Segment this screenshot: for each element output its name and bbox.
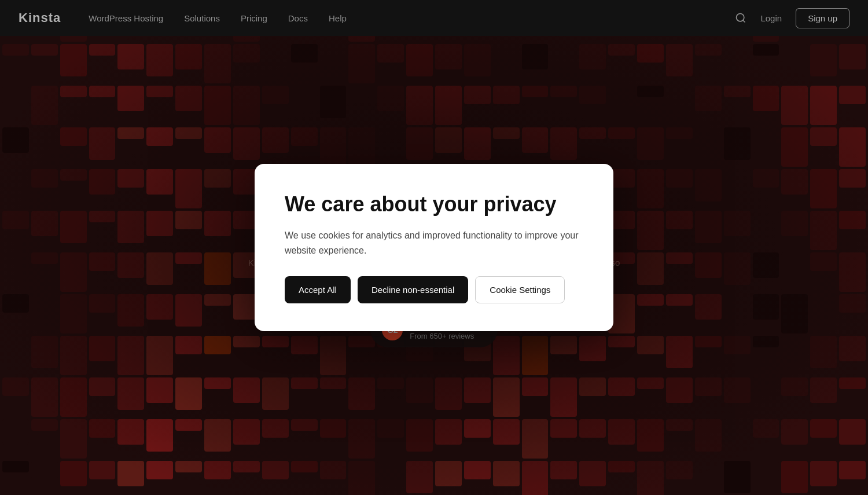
modal-title: We care about your privacy [285,192,583,217]
modal-buttons: Accept All Decline non-essential Cookie … [285,276,583,303]
accept-all-button[interactable]: Accept All [285,276,351,303]
decline-button[interactable]: Decline non-essential [358,276,468,303]
modal-overlay: We care about your privacy We use cookie… [0,0,868,495]
modal-description: We use cookies for analytics and improve… [285,228,583,258]
cookie-modal: We care about your privacy We use cookie… [255,164,613,331]
cookie-settings-button[interactable]: Cookie Settings [475,276,565,303]
